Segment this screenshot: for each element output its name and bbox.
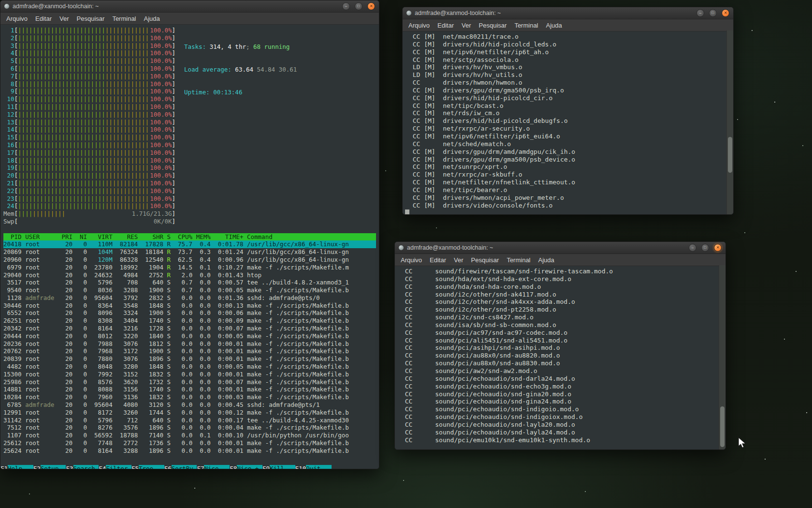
menu-item-ver[interactable]: Ver bbox=[458, 21, 475, 30]
menu-item-ajuda[interactable]: Ajuda bbox=[542, 21, 566, 30]
cell-res: 3548 bbox=[116, 302, 138, 310]
menu-item-editar[interactable]: Editar bbox=[31, 14, 56, 23]
menu-item-arquivo[interactable]: Arquivo bbox=[397, 255, 426, 265]
maximize-button[interactable]: □ bbox=[709, 9, 717, 17]
cell-res: 3220 bbox=[116, 332, 138, 340]
cell-shr: 7140 bbox=[142, 432, 163, 439]
header-state[interactable]: S bbox=[167, 233, 171, 241]
menu-item-pesquisar[interactable]: Pesquisar bbox=[475, 21, 511, 30]
minimize-button[interactable]: – bbox=[342, 2, 350, 10]
terminal-line: CC [M] drivers/hwmon/acpi_power_meter.o bbox=[405, 194, 725, 202]
menu-item-pesquisar[interactable]: Pesquisar bbox=[467, 255, 503, 265]
build-terminal[interactable]: CC sound/firewire/tascam/snd-firewire-ta… bbox=[395, 266, 725, 450]
cell-ni: 0 bbox=[76, 294, 87, 302]
header-time[interactable]: TIME+ bbox=[214, 233, 243, 241]
cell-state: R bbox=[167, 240, 171, 248]
cpu-bar-user: |||||||||||||||||||||||| bbox=[18, 65, 105, 73]
cpu-bar: |||||||||||||||||||||||||||||||||||||||| bbox=[18, 202, 150, 210]
tasks-line: Tasks: 314, 4 thr; 68 running bbox=[184, 43, 297, 51]
cell-command: make -f ./scripts/Makefile.b bbox=[247, 363, 376, 371]
cell-ni: 0 bbox=[76, 439, 87, 447]
scrollbar-thumb[interactable] bbox=[720, 406, 725, 447]
terminal-line: CC sound/pci/echoaudio/snd-gina20.mod.o bbox=[397, 390, 718, 398]
scrollbar[interactable] bbox=[719, 265, 725, 449]
cell-cpu-percent: 0.0 bbox=[174, 371, 193, 378]
fkey-f6[interactable]: F6SortBy bbox=[164, 465, 197, 469]
header-shr[interactable]: SHR bbox=[142, 233, 163, 241]
titlebar[interactable]: admfrade@xanmod-toolchain: ~ – □ ✕ bbox=[395, 242, 725, 254]
cell-command: /usr/bin/python /usr/bin/goo bbox=[247, 432, 376, 439]
menu-item-editar[interactable]: Editar bbox=[426, 255, 450, 265]
fkey-f7[interactable]: F7Nice - bbox=[197, 465, 230, 469]
cell-cpu-percent: 2.0 bbox=[174, 271, 193, 279]
cpu-number: 13 bbox=[3, 119, 14, 126]
header-pid[interactable]: PID bbox=[3, 233, 22, 241]
terminal-app-icon bbox=[399, 245, 404, 250]
scrollbar[interactable] bbox=[726, 30, 733, 214]
menu-item-pesquisar[interactable]: Pesquisar bbox=[73, 14, 109, 23]
cell-state: S bbox=[167, 355, 171, 363]
cpu-bar-kernel: |||||||||||||||| bbox=[105, 141, 150, 149]
cell-virt: 8276 bbox=[91, 424, 113, 432]
cell-command: make -f ./scripts/Makefile.b bbox=[247, 302, 376, 310]
header-virt[interactable]: VIRT bbox=[91, 233, 113, 241]
menu-item-ver[interactable]: Ver bbox=[450, 255, 467, 265]
htop-terminal[interactable]: 1[||||||||||||||||||||||||||||||||||||||… bbox=[0, 25, 379, 469]
cpu-bar-kernel: |||||||||||||||| bbox=[105, 65, 150, 73]
cell-res: 3404 bbox=[116, 317, 138, 325]
minimize-button[interactable]: – bbox=[689, 244, 696, 252]
fkey-f3[interactable]: F3Search bbox=[66, 465, 99, 469]
cell-state: S bbox=[167, 347, 171, 355]
cpu-bar-kernel: |||||||||||||||| bbox=[105, 95, 150, 103]
fkey-f8[interactable]: F8Nice + bbox=[230, 465, 262, 469]
close-button[interactable]: ✕ bbox=[714, 244, 722, 252]
cpu-bar-kernel: |||||||||||||||| bbox=[105, 88, 150, 95]
menu-item-ajuda[interactable]: Ajuda bbox=[140, 14, 164, 23]
cell-res: 3280 bbox=[116, 363, 138, 371]
menu-item-editar[interactable]: Editar bbox=[434, 21, 458, 30]
fkey-f4[interactable]: F4Filter bbox=[99, 465, 131, 469]
cell-pid: 25612 bbox=[3, 439, 22, 447]
menu-item-terminal[interactable]: Terminal bbox=[510, 21, 542, 30]
titlebar[interactable]: admfrade@xanmod-toolchain: ~ – □ ✕ bbox=[0, 0, 379, 13]
scrollbar-thumb[interactable] bbox=[728, 137, 732, 173]
header-command[interactable]: Command bbox=[247, 233, 376, 241]
maximize-button[interactable]: □ bbox=[355, 2, 362, 10]
close-button[interactable]: ✕ bbox=[722, 9, 729, 17]
build-terminal[interactable]: CC [M] net/mac80211/trace.o CC [M] drive… bbox=[403, 31, 733, 215]
maximize-button[interactable]: □ bbox=[701, 244, 709, 252]
header-cpu-percent[interactable]: CPU% bbox=[174, 233, 193, 241]
menu-item-terminal[interactable]: Terminal bbox=[503, 255, 534, 265]
cell-user: root bbox=[25, 256, 58, 264]
menu-item-arquivo[interactable]: Arquivo bbox=[405, 21, 434, 30]
cell-ni: 0 bbox=[76, 432, 87, 439]
minimize-button[interactable]: – bbox=[696, 9, 704, 17]
menu-item-terminal[interactable]: Terminal bbox=[108, 14, 140, 23]
header-res[interactable]: RES bbox=[116, 233, 138, 241]
fkey-f5[interactable]: F5Tree bbox=[131, 465, 164, 469]
cell-shr: 1900 bbox=[142, 286, 163, 294]
cell-mem-percent: 0.0 bbox=[196, 286, 211, 294]
header-pri[interactable]: PRI bbox=[61, 233, 72, 241]
fkey-f9[interactable]: F9Kill bbox=[262, 465, 295, 469]
titlebar[interactable]: admfrade@xanmod-toolchain: ~ – □ ✕ bbox=[403, 7, 733, 19]
menu-item-ajuda[interactable]: Ajuda bbox=[535, 255, 558, 265]
cpu-percent: 100.0% bbox=[150, 179, 172, 187]
bracket: [ bbox=[14, 149, 18, 157]
menu-item-ver[interactable]: Ver bbox=[56, 14, 73, 23]
fkey-number: F6 bbox=[164, 465, 172, 469]
bracket: ] bbox=[172, 57, 175, 65]
fkey-f1[interactable]: F1Help bbox=[0, 465, 33, 469]
cell-virt: 8088 bbox=[91, 386, 113, 393]
bracket: [ bbox=[14, 172, 18, 179]
fkey-f2[interactable]: F2Setup bbox=[33, 465, 66, 469]
fkey-f10[interactable]: F10Quit bbox=[295, 465, 332, 469]
close-button[interactable]: ✕ bbox=[367, 2, 375, 10]
header-mem-percent[interactable]: MEM% bbox=[196, 233, 211, 241]
window-title: admfrade@xanmod-toolchain: ~ bbox=[415, 10, 501, 16]
bracket: ] bbox=[172, 49, 175, 57]
header-user[interactable]: USER bbox=[25, 233, 58, 241]
header-ni[interactable]: NI bbox=[76, 233, 87, 241]
menu-item-arquivo[interactable]: Arquivo bbox=[2, 14, 31, 23]
cpu-bar: |||||||||||||||||||||||||||||||||||||||| bbox=[18, 34, 150, 42]
